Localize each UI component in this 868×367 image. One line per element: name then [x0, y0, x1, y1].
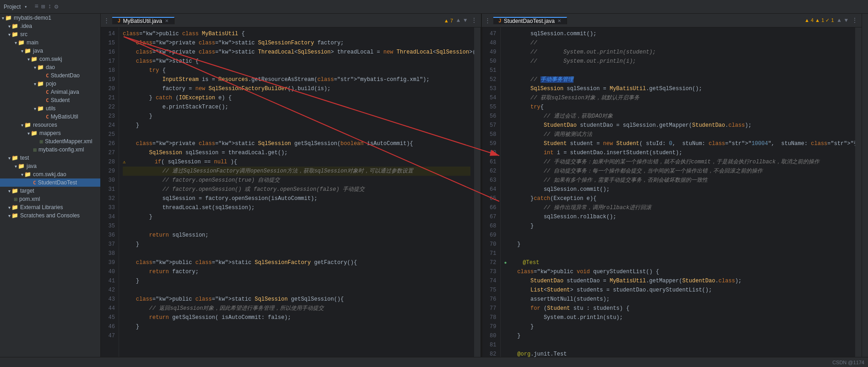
- nav-up-right[interactable]: ▲: [838, 17, 841, 24]
- code-line-67: sqlSession.rollback();: [504, 212, 852, 221]
- java-file-icon: J: [118, 18, 120, 23]
- sidebar-item-mybatis-config[interactable]: ⊞mybatis-config.xml: [0, 146, 100, 154]
- tab-left-close[interactable]: ✕: [165, 18, 169, 23]
- settings-icon[interactable]: ⚙: [55, 3, 58, 11]
- tab-menu-right[interactable]: ⋮: [482, 17, 493, 24]
- code-line-62: // 自动提交事务：每一个操作都会提交，当中间的某一个操作出错，不会回滚之前的操…: [504, 167, 852, 176]
- sidebar-item-src[interactable]: ▾📁src: [0, 30, 100, 38]
- more-left[interactable]: ⋮: [471, 16, 477, 24]
- editor-content-right[interactable]: 4748495051525354555657585960616263646566…: [482, 27, 862, 357]
- title-bar: Project ▾ ≡ ⊞ ↕ ⚙: [0, 0, 868, 14]
- line-numbers-left: 1415161718192021222324252627282930313233…: [101, 27, 119, 357]
- code-line-58: // 调用被测试方法: [504, 130, 852, 139]
- sidebar-item-com.swkj.dao[interactable]: ▾📁com.swkj.dao: [0, 170, 100, 178]
- sidebar-item-StudentDao[interactable]: CStudentDao: [0, 71, 100, 80]
- code-line-80: }: [504, 331, 852, 340]
- sidebar-item-Student[interactable]: CStudent: [0, 96, 100, 104]
- sidebar-item-scratches[interactable]: ▾📁Scratches and Consoles: [0, 211, 100, 220]
- tab-right-close[interactable]: ✕: [557, 18, 561, 23]
- code-line-40: return factory;: [123, 267, 470, 276]
- code-line-69: [504, 231, 852, 240]
- grid-icon[interactable]: ⊞: [41, 3, 45, 11]
- tab-studentdaotest[interactable]: J StudentDaoTest.java ✕: [493, 17, 567, 24]
- sidebar-item-pom[interactable]: ⊞pom.xml: [0, 195, 100, 203]
- code-line-32: sqlSession = factory.openSession(isAutoC…: [123, 194, 470, 203]
- code-line-48: //: [504, 38, 852, 48]
- sidebar-item-root[interactable]: ▾📁mybatis-demo1: [0, 14, 100, 22]
- sidebar-item-label: src: [20, 31, 27, 38]
- sidebar-item-mappers[interactable]: ▾📁mappers: [0, 129, 100, 137]
- structure-icon[interactable]: ≡: [34, 3, 38, 11]
- sidebar-item-StudentDaoTest[interactable]: CStudentDaoTest: [0, 178, 100, 187]
- code-line-52: // 手动事务管理: [504, 75, 852, 84]
- sidebar-item-label: External Libraries: [20, 204, 63, 210]
- sidebar-item-Animal[interactable]: CAnimal.java: [0, 88, 100, 96]
- tab-bar: ⋮ J MyBatisUtil.java ✕ ▲ 7 ▲ ▼ ⋮ ⋮: [101, 14, 862, 27]
- code-line-75: List<Student> students = studentDao.quer…: [504, 286, 852, 295]
- tab-menu-left[interactable]: ⋮: [101, 17, 112, 24]
- expand-icon[interactable]: ↕: [48, 3, 51, 11]
- more-right[interactable]: ⋮: [852, 16, 858, 24]
- sidebar-item-label: Animal.java: [51, 89, 79, 95]
- scrollbar-right[interactable]: [855, 27, 862, 357]
- warning-count-left: ▲ 7: [444, 18, 453, 23]
- code-line-30: // factory.openSession(true) 自动提交: [123, 176, 470, 185]
- sidebar-item-utils[interactable]: ▾📁utils: [0, 104, 100, 113]
- code-area-right[interactable]: sqlSession.commit(); // // System.out.pr…: [501, 27, 856, 357]
- nav-up-left[interactable]: ▲: [457, 17, 460, 24]
- code-line-70: }: [504, 240, 852, 249]
- code-line-17: class="kw">static {: [123, 57, 470, 66]
- nav-down-left[interactable]: ▼: [464, 17, 467, 24]
- sidebar-item-MyBatisUtil[interactable]: CMyBatisUtil: [0, 113, 100, 121]
- code-line-74: StudentDao studentDao = MyBatisUtil.getM…: [504, 276, 852, 286]
- sidebar-item-label: java: [33, 48, 43, 54]
- sidebar-item-target[interactable]: ▾📁target: [0, 187, 100, 195]
- project-label[interactable]: Project: [4, 4, 21, 10]
- code-line-41: }: [123, 276, 470, 286]
- main-layout: ▾📁mybatis-demo1▾📁.idea▾📁src▾📁main▾📁java▾…: [0, 14, 868, 357]
- code-line-61: // 手动提交事务：如果中间的某一个操作出错，就不会执行commit，于是就会执…: [504, 157, 852, 167]
- tab-right-label: StudentDaoTest.java: [504, 18, 555, 24]
- sidebar-item-label: pom.xml: [19, 196, 40, 202]
- sidebar-item-test-java[interactable]: ▾📁java: [0, 162, 100, 170]
- code-line-25: [123, 130, 470, 139]
- sidebar-item-idea[interactable]: ▾📁.idea: [0, 22, 100, 30]
- sidebar-item-label: java: [27, 163, 37, 169]
- scrollbar-left[interactable]: [474, 27, 480, 357]
- code-line-26: class="kw">private class="kw">static Sql…: [123, 139, 470, 148]
- editor-content-left[interactable]: 1415161718192021222324252627282930313233…: [101, 27, 480, 357]
- sidebar-item-pojo[interactable]: ▾📁pojo: [0, 80, 100, 88]
- title-bar-icons: ≡ ⊞ ↕ ⚙: [34, 3, 58, 11]
- sidebar-item-test[interactable]: ▾📁test: [0, 154, 100, 162]
- sidebar-item-label: main: [27, 39, 38, 46]
- code-line-36: return sqlSession;: [123, 231, 470, 240]
- sidebar-item-resources[interactable]: ▾📁resources: [0, 121, 100, 129]
- dropdown-arrow[interactable]: ▾: [24, 4, 27, 10]
- code-line-77: for (Student stu : students) {: [504, 304, 852, 313]
- sidebar-item-extlibs[interactable]: ▾📁External Libraries: [0, 203, 100, 211]
- editor-tabs: ⋮ J MyBatisUtil.java ✕ ▲ 7 ▲ ▼ ⋮ ⋮: [101, 14, 862, 27]
- code-line-29: // 通过SqlSessionFactory调用openSession方法，获取…: [123, 167, 470, 176]
- editors-container: 1415161718192021222324252627282930313233…: [101, 27, 862, 357]
- nav-down-right[interactable]: ▼: [845, 17, 848, 24]
- code-line-60: int i = studentDao.insertStudent(student…: [504, 148, 852, 157]
- code-line-22: e.printStackTrace();: [123, 103, 470, 112]
- sidebar-item-com.swkj[interactable]: ▾📁com.swkj: [0, 55, 100, 63]
- csdn-watermark: CSDN @1174: [832, 360, 864, 365]
- tab-left-label: MyBatisUtil.java: [123, 18, 162, 24]
- code-line-20: factory = new SqlSessionFactoryBuilder()…: [123, 84, 470, 93]
- status-bar: CSDN @1174: [0, 357, 868, 367]
- code-line-72: ● @Test: [504, 258, 852, 267]
- sidebar-item-StudentMapper[interactable]: ⊞StudentMapper.xml: [0, 137, 100, 146]
- sidebar-item-dao[interactable]: ▾📁dao: [0, 63, 100, 71]
- code-line-54: // 获取sqlSession对象，就默认开启事务: [504, 93, 852, 103]
- code-line-47: [123, 331, 470, 340]
- code-line-47: sqlSession.commit();: [504, 29, 852, 38]
- line-numbers-right: 4748495051525354555657585960616263646566…: [482, 27, 501, 357]
- sidebar-item-main[interactable]: ▾📁main: [0, 38, 100, 47]
- code-line-76: assertNotNull(students);: [504, 295, 852, 304]
- sidebar-item-java[interactable]: ▾📁java: [0, 47, 100, 55]
- tab-mybatisutil[interactable]: J MyBatisUtil.java ✕: [112, 17, 175, 24]
- code-line-44: // 返回sqlSession对象，因此希望进行事务管理，所以使用手动提交: [123, 304, 470, 313]
- code-area-left[interactable]: class="kw">public class MyBatisUtil { cl…: [119, 27, 474, 357]
